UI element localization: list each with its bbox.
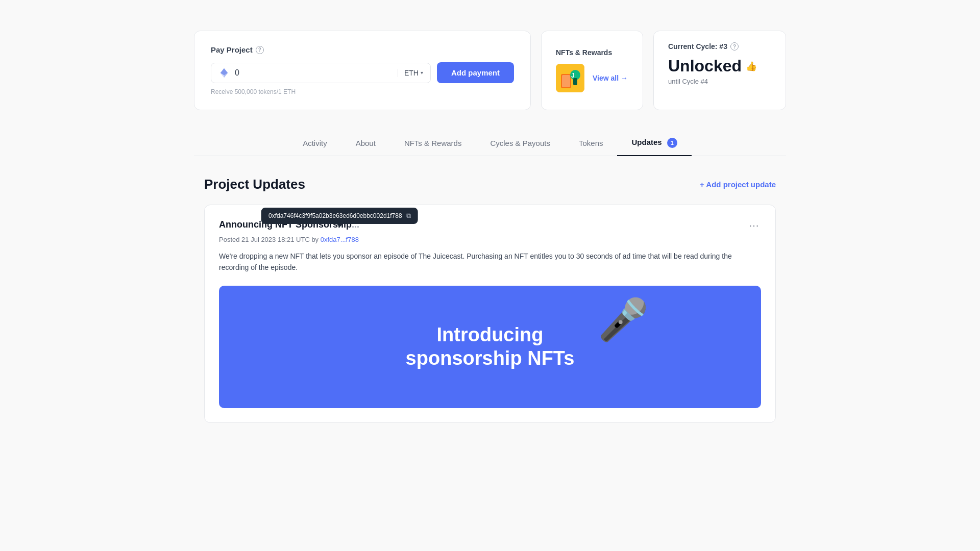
thumbs-up-icon: 👍 [746,61,757,72]
author-wrapper: 0xfda746f4c3f9f5a02b3e63ed6d0ebbc002d1f7… [321,236,359,243]
nft-rewards-content: J View all → [556,64,628,92]
more-options-button[interactable]: ⋯ [747,219,761,232]
updates-title: Project Updates [204,177,305,192]
cycle-info-icon[interactable]: ? [730,42,739,51]
author-link[interactable]: 0xfda7...f788 [321,236,359,243]
current-cycle-card: Current Cycle: #3 ? Unlocked 👍 until Cyc… [653,31,786,110]
update-title: Announcing NFT Sponsorship... [219,219,747,230]
tab-updates[interactable]: Updates 1 [617,131,691,156]
add-project-update-button[interactable]: + Add project update [700,180,776,189]
updates-section: Project Updates + Add project update Ann… [194,177,786,423]
updates-badge: 1 [667,138,677,148]
eth-logo-icon [218,67,230,79]
unlocked-status-text: Unlocked [668,57,742,76]
eth-input-wrapper: ETH ▾ [211,63,431,83]
update-card: Announcing NFT Sponsorship... ⋯ Posted 2… [204,205,776,423]
tab-about[interactable]: About [341,131,390,156]
pay-project-info-icon[interactable]: ? [256,46,264,54]
view-all-button[interactable]: View all → [593,74,628,82]
arrow-icon: → [621,74,628,82]
tab-tokens[interactable]: Tokens [565,131,618,156]
unlocked-row: Unlocked 👍 [668,57,771,76]
until-cycle-text: until Cycle #4 [668,78,771,85]
microphone-icon: 🎤 [598,296,649,344]
pay-project-card: Pay Project ? ETH ▾ Add [194,31,531,110]
tab-cycles-payouts[interactable]: Cycles & Payouts [476,131,565,156]
payment-input-row: ETH ▾ Add payment [211,62,514,83]
update-card-header: Announcing NFT Sponsorship... ⋯ [219,219,761,232]
tab-activity[interactable]: Activity [288,131,341,156]
sponsorship-banner: 🎤 Introducing sponsorship NFTs [219,286,761,408]
updates-header: Project Updates + Add project update [204,177,776,192]
chevron-down-icon: ▾ [421,70,423,76]
pay-project-title: Pay Project ? [211,45,514,54]
banner-text: Introducing sponsorship NFTs [406,323,575,370]
update-body-text: We're dropping a new NFT that lets you s… [219,251,761,273]
tab-nfts-rewards[interactable]: NFTs & Rewards [390,131,476,156]
receive-hint: Receive 500,000 tokens/1 ETH [211,88,514,95]
svg-rect-7 [573,78,577,85]
nft-image-svg: J [556,64,584,92]
nft-rewards-card: NFTs & Rewards J View all → [541,31,643,110]
eth-amount-input[interactable] [235,68,393,78]
svg-text:J: J [571,72,575,79]
nft-thumbnail: J [556,64,584,92]
update-meta: Posted 21 Jul 2023 18:21 UTC by 0xfda746… [219,236,761,243]
nft-rewards-title: NFTs & Rewards [556,48,628,57]
tab-updates-label: Updates [631,138,662,146]
cycle-card-title: Current Cycle: #3 ? [668,42,771,51]
eth-label: ETH [404,69,419,77]
nav-tabs: Activity About NFTs & Rewards Cycles & P… [194,131,786,156]
svg-rect-5 [562,75,570,87]
add-payment-button[interactable]: Add payment [437,62,514,83]
copy-address-icon[interactable]: ⧉ [406,212,411,220]
eth-dropdown[interactable]: ETH ▾ [398,69,423,77]
